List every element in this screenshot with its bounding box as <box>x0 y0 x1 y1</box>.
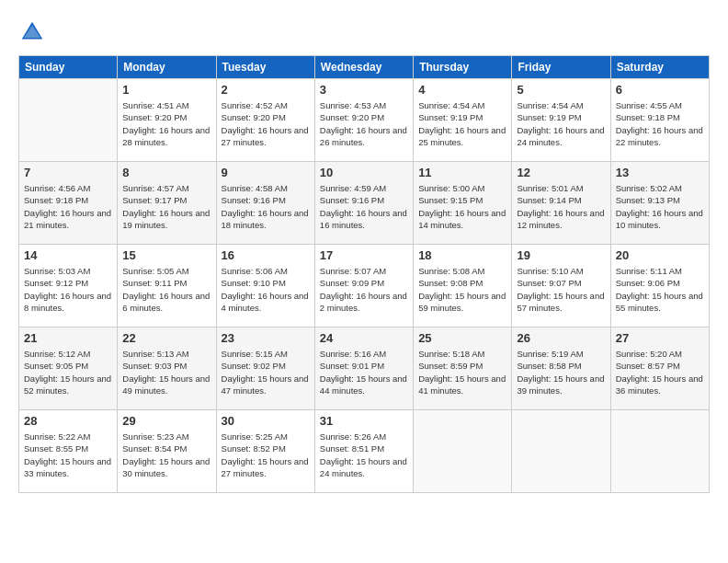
day-number: 28 <box>24 414 112 428</box>
day-info: Sunrise: 4:51 AMSunset: 9:20 PMDaylight:… <box>122 99 210 148</box>
day-number: 20 <box>616 248 704 262</box>
calendar-cell: 12Sunrise: 5:01 AMSunset: 9:14 PMDayligh… <box>512 162 610 245</box>
day-info: Sunrise: 5:00 AMSunset: 9:15 PMDaylight:… <box>418 182 506 231</box>
calendar-cell: 16Sunrise: 5:06 AMSunset: 9:10 PMDayligh… <box>216 245 314 327</box>
calendar-week-row: 7Sunrise: 4:56 AMSunset: 9:18 PMDaylight… <box>19 162 710 245</box>
day-number: 1 <box>122 83 210 97</box>
logo <box>18 18 50 46</box>
day-number: 23 <box>222 331 310 345</box>
day-info: Sunrise: 4:56 AMSunset: 9:18 PMDaylight:… <box>24 182 112 231</box>
day-number: 22 <box>122 331 210 345</box>
day-number: 27 <box>616 331 704 345</box>
calendar-cell: 27Sunrise: 5:20 AMSunset: 8:57 PMDayligh… <box>610 327 709 410</box>
day-info: Sunrise: 5:05 AMSunset: 9:11 PMDaylight:… <box>122 265 210 314</box>
calendar-cell: 2Sunrise: 4:52 AMSunset: 9:20 PMDaylight… <box>216 79 314 162</box>
day-info: Sunrise: 4:57 AMSunset: 9:17 PMDaylight:… <box>122 182 210 231</box>
calendar-cell <box>414 410 512 493</box>
day-info: Sunrise: 5:08 AMSunset: 9:08 PMDaylight:… <box>418 265 506 314</box>
day-info: Sunrise: 5:26 AMSunset: 8:51 PMDaylight:… <box>320 431 408 479</box>
calendar-cell: 22Sunrise: 5:13 AMSunset: 9:03 PMDayligh… <box>118 327 216 410</box>
weekday-header-saturday: Saturday <box>610 56 709 79</box>
day-info: Sunrise: 5:20 AMSunset: 8:57 PMDaylight:… <box>616 348 704 396</box>
calendar-week-row: 1Sunrise: 4:51 AMSunset: 9:20 PMDaylight… <box>19 79 710 162</box>
calendar-cell: 3Sunrise: 4:53 AMSunset: 9:20 PMDaylight… <box>314 79 413 162</box>
weekday-header-sunday: Sunday <box>19 56 118 79</box>
day-number: 25 <box>418 331 506 345</box>
calendar-week-row: 28Sunrise: 5:22 AMSunset: 8:55 PMDayligh… <box>19 410 710 493</box>
calendar-cell: 8Sunrise: 4:57 AMSunset: 9:17 PMDaylight… <box>118 162 216 245</box>
day-number: 17 <box>320 248 408 262</box>
weekday-header-row: SundayMondayTuesdayWednesdayThursdayFrid… <box>19 56 710 79</box>
calendar-cell: 7Sunrise: 4:56 AMSunset: 9:18 PMDaylight… <box>19 162 118 245</box>
calendar-cell: 13Sunrise: 5:02 AMSunset: 9:13 PMDayligh… <box>610 162 709 245</box>
day-info: Sunrise: 5:03 AMSunset: 9:12 PMDaylight:… <box>24 265 112 314</box>
calendar-cell: 21Sunrise: 5:12 AMSunset: 9:05 PMDayligh… <box>19 327 118 410</box>
calendar-cell: 5Sunrise: 4:54 AMSunset: 9:19 PMDaylight… <box>512 79 610 162</box>
day-info: Sunrise: 5:25 AMSunset: 8:52 PMDaylight:… <box>222 431 310 479</box>
day-number: 21 <box>24 331 112 345</box>
day-number: 15 <box>122 248 210 262</box>
calendar-cell: 26Sunrise: 5:19 AMSunset: 8:58 PMDayligh… <box>512 327 610 410</box>
calendar-cell: 20Sunrise: 5:11 AMSunset: 9:06 PMDayligh… <box>610 245 709 327</box>
day-number: 4 <box>418 83 506 97</box>
calendar-cell: 23Sunrise: 5:15 AMSunset: 9:02 PMDayligh… <box>216 327 314 410</box>
day-info: Sunrise: 5:16 AMSunset: 9:01 PMDaylight:… <box>320 348 408 396</box>
day-number: 3 <box>320 83 408 97</box>
day-info: Sunrise: 5:07 AMSunset: 9:09 PMDaylight:… <box>320 265 408 314</box>
weekday-header-thursday: Thursday <box>414 56 512 79</box>
day-info: Sunrise: 5:18 AMSunset: 8:59 PMDaylight:… <box>418 348 506 396</box>
day-number: 12 <box>517 166 605 179</box>
day-number: 16 <box>222 248 310 262</box>
calendar-cell: 15Sunrise: 5:05 AMSunset: 9:11 PMDayligh… <box>118 245 216 327</box>
day-info: Sunrise: 5:19 AMSunset: 8:58 PMDaylight:… <box>517 348 605 396</box>
day-info: Sunrise: 5:10 AMSunset: 9:07 PMDaylight:… <box>517 265 605 314</box>
calendar-cell: 14Sunrise: 5:03 AMSunset: 9:12 PMDayligh… <box>19 245 118 327</box>
day-number: 2 <box>222 83 310 97</box>
calendar-cell: 28Sunrise: 5:22 AMSunset: 8:55 PMDayligh… <box>19 410 118 493</box>
day-number: 26 <box>517 331 605 345</box>
day-number: 24 <box>320 331 408 345</box>
day-info: Sunrise: 5:13 AMSunset: 9:03 PMDaylight:… <box>122 348 210 396</box>
day-info: Sunrise: 4:54 AMSunset: 9:19 PMDaylight:… <box>517 99 605 148</box>
day-info: Sunrise: 5:02 AMSunset: 9:13 PMDaylight:… <box>616 182 704 231</box>
day-number: 11 <box>418 166 506 179</box>
day-info: Sunrise: 4:55 AMSunset: 9:18 PMDaylight:… <box>616 99 704 148</box>
day-info: Sunrise: 5:12 AMSunset: 9:05 PMDaylight:… <box>24 348 112 396</box>
day-number: 30 <box>222 414 310 428</box>
weekday-header-friday: Friday <box>512 56 610 79</box>
day-number: 31 <box>320 414 408 428</box>
day-number: 13 <box>616 166 704 179</box>
day-info: Sunrise: 4:54 AMSunset: 9:19 PMDaylight:… <box>418 99 506 148</box>
calendar-table: SundayMondayTuesdayWednesdayThursdayFrid… <box>18 55 710 493</box>
day-info: Sunrise: 4:59 AMSunset: 9:16 PMDaylight:… <box>320 182 408 231</box>
day-info: Sunrise: 5:22 AMSunset: 8:55 PMDaylight:… <box>24 431 112 479</box>
day-number: 7 <box>24 166 112 179</box>
weekday-header-tuesday: Tuesday <box>216 56 314 79</box>
calendar-cell: 18Sunrise: 5:08 AMSunset: 9:08 PMDayligh… <box>414 245 512 327</box>
calendar-cell: 31Sunrise: 5:26 AMSunset: 8:51 PMDayligh… <box>314 410 413 493</box>
calendar-cell: 17Sunrise: 5:07 AMSunset: 9:09 PMDayligh… <box>314 245 413 327</box>
day-info: Sunrise: 5:23 AMSunset: 8:54 PMDaylight:… <box>122 431 210 479</box>
day-info: Sunrise: 4:52 AMSunset: 9:20 PMDaylight:… <box>222 99 310 148</box>
day-number: 14 <box>24 248 112 262</box>
day-number: 6 <box>616 83 704 97</box>
weekday-header-monday: Monday <box>118 56 216 79</box>
calendar-week-row: 14Sunrise: 5:03 AMSunset: 9:12 PMDayligh… <box>19 245 710 327</box>
day-number: 18 <box>418 248 506 262</box>
day-info: Sunrise: 5:06 AMSunset: 9:10 PMDaylight:… <box>222 265 310 314</box>
calendar-cell: 6Sunrise: 4:55 AMSunset: 9:18 PMDaylight… <box>610 79 709 162</box>
day-info: Sunrise: 4:58 AMSunset: 9:16 PMDaylight:… <box>222 182 310 231</box>
day-number: 5 <box>517 83 605 97</box>
day-number: 29 <box>122 414 210 428</box>
weekday-header-wednesday: Wednesday <box>314 56 413 79</box>
calendar-cell: 4Sunrise: 4:54 AMSunset: 9:19 PMDaylight… <box>414 79 512 162</box>
calendar-cell: 1Sunrise: 4:51 AMSunset: 9:20 PMDaylight… <box>118 79 216 162</box>
day-number: 10 <box>320 166 408 179</box>
day-info: Sunrise: 5:15 AMSunset: 9:02 PMDaylight:… <box>222 348 310 396</box>
calendar-cell: 9Sunrise: 4:58 AMSunset: 9:16 PMDaylight… <box>216 162 314 245</box>
calendar-cell: 10Sunrise: 4:59 AMSunset: 9:16 PMDayligh… <box>314 162 413 245</box>
day-info: Sunrise: 5:11 AMSunset: 9:06 PMDaylight:… <box>616 265 704 314</box>
day-number: 8 <box>122 166 210 179</box>
calendar-cell: 30Sunrise: 5:25 AMSunset: 8:52 PMDayligh… <box>216 410 314 493</box>
day-number: 19 <box>517 248 605 262</box>
